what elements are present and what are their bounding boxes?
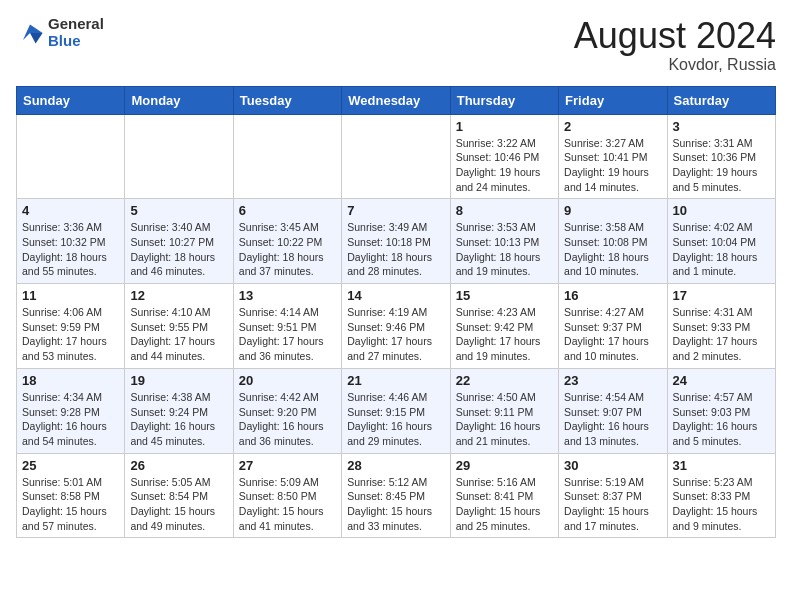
- day-cell: 29 Sunrise: 5:16 AMSunset: 8:41 PMDaylig…: [450, 453, 558, 538]
- day-cell: 27 Sunrise: 5:09 AMSunset: 8:50 PMDaylig…: [233, 453, 341, 538]
- day-info: Sunrise: 3:58 AMSunset: 10:08 PMDaylight…: [564, 220, 661, 279]
- col-monday: Monday: [125, 86, 233, 114]
- day-info: Sunrise: 4:38 AMSunset: 9:24 PMDaylight:…: [130, 390, 227, 449]
- day-cell: 28 Sunrise: 5:12 AMSunset: 8:45 PMDaylig…: [342, 453, 450, 538]
- day-cell: 26 Sunrise: 5:05 AMSunset: 8:54 PMDaylig…: [125, 453, 233, 538]
- day-info: Sunrise: 4:02 AMSunset: 10:04 PMDaylight…: [673, 220, 770, 279]
- day-info: Sunrise: 4:10 AMSunset: 9:55 PMDaylight:…: [130, 305, 227, 364]
- col-friday: Friday: [559, 86, 667, 114]
- day-info: Sunrise: 3:22 AMSunset: 10:46 PMDaylight…: [456, 136, 553, 195]
- day-info: Sunrise: 3:36 AMSunset: 10:32 PMDaylight…: [22, 220, 119, 279]
- day-cell: 13 Sunrise: 4:14 AMSunset: 9:51 PMDaylig…: [233, 284, 341, 369]
- day-info: Sunrise: 3:27 AMSunset: 10:41 PMDaylight…: [564, 136, 661, 195]
- day-info: Sunrise: 4:23 AMSunset: 9:42 PMDaylight:…: [456, 305, 553, 364]
- day-cell: 12 Sunrise: 4:10 AMSunset: 9:55 PMDaylig…: [125, 284, 233, 369]
- day-number: 24: [673, 373, 770, 388]
- day-info: Sunrise: 4:06 AMSunset: 9:59 PMDaylight:…: [22, 305, 119, 364]
- col-sunday: Sunday: [17, 86, 125, 114]
- logo-text: General Blue: [48, 16, 104, 49]
- day-info: Sunrise: 5:12 AMSunset: 8:45 PMDaylight:…: [347, 475, 444, 534]
- day-cell: 30 Sunrise: 5:19 AMSunset: 8:37 PMDaylig…: [559, 453, 667, 538]
- day-number: 19: [130, 373, 227, 388]
- day-info: Sunrise: 4:14 AMSunset: 9:51 PMDaylight:…: [239, 305, 336, 364]
- day-number: 20: [239, 373, 336, 388]
- col-saturday: Saturday: [667, 86, 775, 114]
- day-cell: [125, 114, 233, 199]
- day-info: Sunrise: 3:31 AMSunset: 10:36 PMDaylight…: [673, 136, 770, 195]
- day-cell: 19 Sunrise: 4:38 AMSunset: 9:24 PMDaylig…: [125, 368, 233, 453]
- day-info: Sunrise: 5:01 AMSunset: 8:58 PMDaylight:…: [22, 475, 119, 534]
- col-thursday: Thursday: [450, 86, 558, 114]
- day-number: 25: [22, 458, 119, 473]
- day-cell: 7 Sunrise: 3:49 AMSunset: 10:18 PMDaylig…: [342, 199, 450, 284]
- day-number: 31: [673, 458, 770, 473]
- day-info: Sunrise: 5:05 AMSunset: 8:54 PMDaylight:…: [130, 475, 227, 534]
- day-cell: 11 Sunrise: 4:06 AMSunset: 9:59 PMDaylig…: [17, 284, 125, 369]
- day-info: Sunrise: 4:50 AMSunset: 9:11 PMDaylight:…: [456, 390, 553, 449]
- calendar-header-row: Sunday Monday Tuesday Wednesday Thursday…: [17, 86, 776, 114]
- day-number: 4: [22, 203, 119, 218]
- day-cell: 24 Sunrise: 4:57 AMSunset: 9:03 PMDaylig…: [667, 368, 775, 453]
- day-number: 30: [564, 458, 661, 473]
- day-number: 23: [564, 373, 661, 388]
- day-info: Sunrise: 4:42 AMSunset: 9:20 PMDaylight:…: [239, 390, 336, 449]
- day-number: 16: [564, 288, 661, 303]
- day-number: 7: [347, 203, 444, 218]
- day-info: Sunrise: 3:40 AMSunset: 10:27 PMDaylight…: [130, 220, 227, 279]
- day-info: Sunrise: 4:46 AMSunset: 9:15 PMDaylight:…: [347, 390, 444, 449]
- day-cell: 5 Sunrise: 3:40 AMSunset: 10:27 PMDaylig…: [125, 199, 233, 284]
- day-number: 29: [456, 458, 553, 473]
- day-number: 15: [456, 288, 553, 303]
- day-number: 1: [456, 119, 553, 134]
- day-cell: [342, 114, 450, 199]
- day-number: 21: [347, 373, 444, 388]
- day-number: 9: [564, 203, 661, 218]
- day-cell: 2 Sunrise: 3:27 AMSunset: 10:41 PMDaylig…: [559, 114, 667, 199]
- month-year: August 2024: [574, 16, 776, 56]
- day-number: 10: [673, 203, 770, 218]
- day-info: Sunrise: 4:34 AMSunset: 9:28 PMDaylight:…: [22, 390, 119, 449]
- col-wednesday: Wednesday: [342, 86, 450, 114]
- svg-marker-1: [30, 33, 43, 44]
- day-number: 5: [130, 203, 227, 218]
- day-number: 18: [22, 373, 119, 388]
- logo: General Blue: [16, 16, 104, 49]
- day-cell: [233, 114, 341, 199]
- day-info: Sunrise: 4:54 AMSunset: 9:07 PMDaylight:…: [564, 390, 661, 449]
- week-row-1: 1 Sunrise: 3:22 AMSunset: 10:46 PMDaylig…: [17, 114, 776, 199]
- day-number: 13: [239, 288, 336, 303]
- day-info: Sunrise: 4:19 AMSunset: 9:46 PMDaylight:…: [347, 305, 444, 364]
- day-cell: 31 Sunrise: 5:23 AMSunset: 8:33 PMDaylig…: [667, 453, 775, 538]
- day-cell: 10 Sunrise: 4:02 AMSunset: 10:04 PMDayli…: [667, 199, 775, 284]
- day-cell: 6 Sunrise: 3:45 AMSunset: 10:22 PMDaylig…: [233, 199, 341, 284]
- day-number: 8: [456, 203, 553, 218]
- week-row-5: 25 Sunrise: 5:01 AMSunset: 8:58 PMDaylig…: [17, 453, 776, 538]
- logo-general-text: General: [48, 16, 104, 33]
- col-tuesday: Tuesday: [233, 86, 341, 114]
- day-number: 14: [347, 288, 444, 303]
- day-number: 6: [239, 203, 336, 218]
- day-cell: 21 Sunrise: 4:46 AMSunset: 9:15 PMDaylig…: [342, 368, 450, 453]
- day-info: Sunrise: 5:19 AMSunset: 8:37 PMDaylight:…: [564, 475, 661, 534]
- day-cell: 1 Sunrise: 3:22 AMSunset: 10:46 PMDaylig…: [450, 114, 558, 199]
- day-cell: 23 Sunrise: 4:54 AMSunset: 9:07 PMDaylig…: [559, 368, 667, 453]
- day-info: Sunrise: 4:31 AMSunset: 9:33 PMDaylight:…: [673, 305, 770, 364]
- week-row-4: 18 Sunrise: 4:34 AMSunset: 9:28 PMDaylig…: [17, 368, 776, 453]
- location: Kovdor, Russia: [574, 56, 776, 74]
- day-cell: 22 Sunrise: 4:50 AMSunset: 9:11 PMDaylig…: [450, 368, 558, 453]
- day-number: 28: [347, 458, 444, 473]
- day-cell: 20 Sunrise: 4:42 AMSunset: 9:20 PMDaylig…: [233, 368, 341, 453]
- day-number: 22: [456, 373, 553, 388]
- day-number: 12: [130, 288, 227, 303]
- day-info: Sunrise: 5:09 AMSunset: 8:50 PMDaylight:…: [239, 475, 336, 534]
- day-info: Sunrise: 3:45 AMSunset: 10:22 PMDaylight…: [239, 220, 336, 279]
- day-number: 2: [564, 119, 661, 134]
- day-cell: 3 Sunrise: 3:31 AMSunset: 10:36 PMDaylig…: [667, 114, 775, 199]
- day-cell: 4 Sunrise: 3:36 AMSunset: 10:32 PMDaylig…: [17, 199, 125, 284]
- day-number: 26: [130, 458, 227, 473]
- day-cell: 15 Sunrise: 4:23 AMSunset: 9:42 PMDaylig…: [450, 284, 558, 369]
- day-info: Sunrise: 3:53 AMSunset: 10:13 PMDaylight…: [456, 220, 553, 279]
- day-info: Sunrise: 5:23 AMSunset: 8:33 PMDaylight:…: [673, 475, 770, 534]
- day-info: Sunrise: 4:57 AMSunset: 9:03 PMDaylight:…: [673, 390, 770, 449]
- day-cell: 25 Sunrise: 5:01 AMSunset: 8:58 PMDaylig…: [17, 453, 125, 538]
